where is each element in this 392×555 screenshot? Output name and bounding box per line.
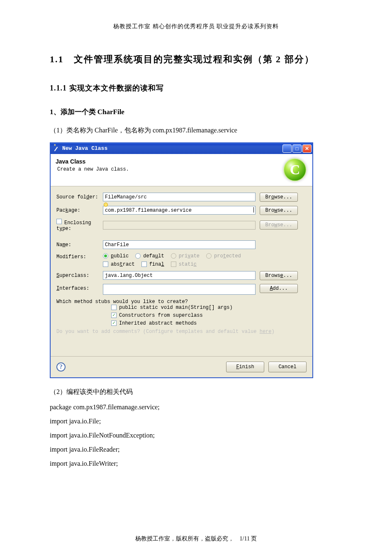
minimize-button[interactable]: _ [282,144,292,153]
modifier-protected: protected [206,253,241,259]
name-input[interactable] [103,240,256,249]
text-caret [253,207,254,213]
browse-enclosing-button: Browse... [260,220,298,230]
interfaces-input[interactable] [103,284,256,295]
form-area: Source folder: Browse... Package: Browse… [51,186,312,356]
new-java-class-dialog: New Java Class _ □ ✕ Java Class Create a… [50,142,313,378]
add-interface-button[interactable]: Add... [260,284,298,293]
browse-superclass-button[interactable]: Browse... [260,271,298,280]
stub-inherited-label: Inherited abstract methods [119,320,197,326]
code-line-5: import java.io.FileWriter; [50,460,342,467]
paragraph-2: （2）编程该类中的相关代码 [50,386,342,397]
window-title: New Java Class [62,145,107,152]
enclosing-type-input [103,221,256,230]
source-folder-label: Source folder: [56,194,103,200]
stub-main-label: public static void main(String[] args) [119,305,233,311]
code-line-2: import java.io.File; [50,418,342,425]
banner-title: Java Class [56,158,307,165]
interfaces-label: Interfaces: [56,284,103,291]
heading-1: 1.1 文件管理系统项目的完整实现过程和实例（第 2 部分） [50,53,342,66]
browse-package-button[interactable]: Browse... [260,206,298,215]
stubs-question: Which method stubs would you like to cre… [56,299,307,305]
title-bar[interactable]: New Java Class _ □ ✕ [51,143,312,154]
heading-2: 1.1.1 实现文本文件数据的读和写 [50,83,342,93]
modifiers-label: Modifiers: [56,253,103,260]
dialog-footer: ? Finish Cancel [51,356,312,377]
code-line-4: import java.io.FileReader; [50,446,342,453]
comments-hint: Do you want to add comments? (Configure … [56,329,307,335]
stub-constructors-label: Constructors from superclass [119,313,203,318]
cancel-button[interactable]: Cancel [268,362,307,372]
modifier-public[interactable]: public [103,253,129,259]
stub-constructors-checkbox[interactable] [111,313,117,318]
superclass-label: Superclass: [56,273,103,279]
stub-main-checkbox[interactable] [111,305,117,310]
heading-3: 1、添加一个类 CharFile [50,107,342,117]
enclosing-type-checkbox[interactable] [56,219,62,224]
paragraph-1: （1）类名称为 CharFile，包名称为 com.px1987.fileman… [50,125,342,136]
stub-inherited-checkbox[interactable] [111,320,117,326]
browse-source-button[interactable]: Browse... [260,193,298,202]
suggestion-icon [104,203,108,207]
enclosing-type-label: Enclosing type: [56,219,103,232]
banner-subtitle: Create a new Java class. [56,166,307,172]
close-button[interactable]: ✕ [302,144,312,153]
superclass-input[interactable] [103,271,256,280]
name-label: Name: [56,242,103,248]
dialog-banner: Java Class Create a new Java class. C [51,154,312,186]
modifier-final[interactable]: final [141,262,164,267]
modifier-abstract[interactable]: abstract [103,262,135,267]
modifier-default[interactable]: default [135,253,164,259]
class-icon: C [283,158,307,181]
modifier-private: private [171,253,200,259]
source-folder-input[interactable] [103,193,256,201]
page-footer: 杨教授工作室，版权所有，盗版必究， 1/11 页 [0,535,392,543]
page-header: 杨教授工作室 精心创作的优秀程序员 职业提升必读系列资料 [50,23,342,30]
code-line-1: package com.px1987.filemanage.service; [50,403,342,411]
help-icon[interactable]: ? [56,362,66,372]
modifier-static: static [171,262,197,267]
package-label: Package: [56,208,103,213]
code-line-3: import java.io.FileNotFoundException; [50,432,342,439]
finish-button[interactable]: Finish [226,362,264,372]
package-input[interactable] [103,206,256,215]
maximize-button[interactable]: □ [292,144,302,153]
wizard-icon [53,145,60,152]
